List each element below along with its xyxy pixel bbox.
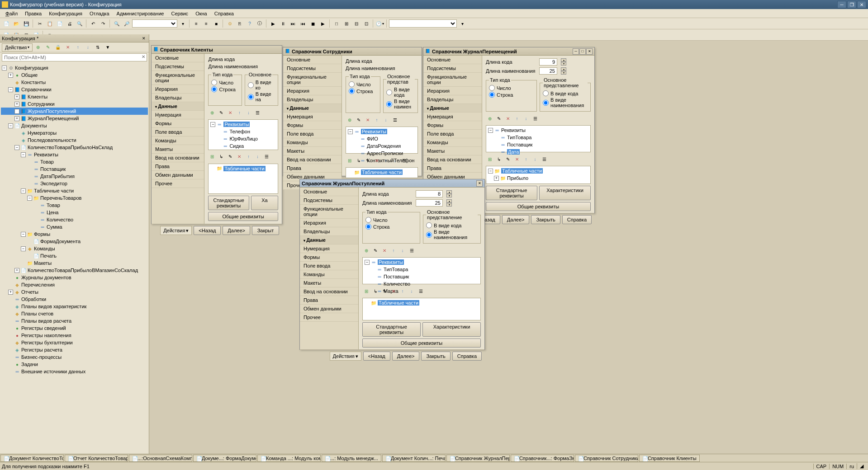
- prop-tab[interactable]: Прочее: [152, 179, 204, 188]
- tree-toggle-icon[interactable]: +: [14, 268, 19, 273]
- prop-tab[interactable]: Подсистемы: [300, 196, 358, 205]
- tree-item[interactable]: −📄Документы: [1, 122, 148, 129]
- menu-service[interactable]: Сервис: [167, 10, 192, 17]
- window-title[interactable]: 📘 Справочник ЖурналПеремещений ─ □ ✕: [423, 47, 594, 56]
- help-button[interactable]: Справка: [452, 352, 482, 361]
- cut-icon[interactable]: ✂: [35, 19, 44, 28]
- radio-as-code[interactable]: [248, 82, 254, 88]
- sort-icon[interactable]: ⇅: [93, 43, 102, 52]
- radio-as-code[interactable]: [543, 90, 549, 96]
- close-button[interactable]: Закрыт: [252, 226, 279, 235]
- prop-tab[interactable]: Права: [283, 164, 342, 173]
- next-button[interactable]: Далее>: [502, 215, 530, 224]
- common-req-button[interactable]: Общие реквизиты: [486, 202, 591, 211]
- prop-tab[interactable]: Команды: [152, 136, 204, 145]
- radio-as-code[interactable]: [386, 89, 392, 95]
- prop-tab[interactable]: Основные: [300, 188, 358, 196]
- prop-tab[interactable]: Владельцы: [300, 227, 358, 236]
- tree-item[interactable]: ═Планы видов расчета: [1, 317, 148, 324]
- tb-c3[interactable]: ⓘ: [255, 19, 264, 28]
- add-icon[interactable]: ⊕: [33, 43, 43, 52]
- tree-item[interactable]: −📁Табличные части: [1, 187, 148, 194]
- tabparts-tree[interactable]: 📁Табличные части: [346, 167, 418, 178]
- search-clear-icon[interactable]: ✕: [142, 54, 145, 59]
- prop-tab[interactable]: Команды: [283, 138, 342, 147]
- task-item[interactable]: 📄Справочник Клиенты: [639, 455, 700, 462]
- tree-item[interactable]: ◈Последовательности: [1, 136, 148, 144]
- prop-tab[interactable]: Данные: [283, 104, 342, 113]
- prop-tab[interactable]: Иерархия: [300, 219, 358, 227]
- char-button[interactable]: Характеристики: [422, 322, 481, 337]
- tree-item[interactable]: ═Обработки: [1, 296, 148, 303]
- tree-item[interactable]: ◆Перечисления: [1, 281, 148, 288]
- tree-item[interactable]: −📁Формы: [1, 230, 148, 238]
- prop-tab[interactable]: Поле ввода: [300, 262, 358, 270]
- radio-string[interactable]: [365, 224, 371, 230]
- prop-tab[interactable]: Иерархия: [423, 87, 482, 95]
- prop-tab[interactable]: Данные: [300, 236, 358, 244]
- tree-item[interactable]: ═Товар: [1, 158, 148, 165]
- close-icon[interactable]: ✕: [476, 180, 483, 187]
- add-icon[interactable]: ⊕: [208, 108, 216, 117]
- tree-toggle-icon[interactable]: −: [14, 145, 19, 150]
- up-icon[interactable]: ↑: [73, 43, 82, 52]
- std-req-button[interactable]: Стандартные реквизиты: [362, 322, 421, 337]
- prop-tab[interactable]: Обмен данными: [300, 305, 358, 313]
- tree-toggle-icon[interactable]: −: [8, 123, 13, 128]
- task-item[interactable]: 📄Отчет КоличествоТовара: [65, 455, 128, 462]
- zoom-icon[interactable]: 🔍: [112, 19, 121, 28]
- tree-toggle-icon[interactable]: +: [8, 290, 13, 295]
- lock-icon[interactable]: 🔒: [53, 43, 62, 52]
- prop-tab[interactable]: Макеты: [152, 145, 204, 154]
- prop-tab[interactable]: Права: [300, 296, 358, 305]
- window-title[interactable]: Справочник ЖурналПоступлений ✕: [300, 179, 484, 188]
- tree-toggle-icon[interactable]: −: [21, 152, 26, 157]
- prop-tab[interactable]: Функциональные опции: [283, 73, 342, 87]
- tree-item[interactable]: ═Количество: [1, 216, 148, 223]
- requisites-tree[interactable]: −═Реквизиты ═ТипТовара ═Поставщик ═Дата: [486, 125, 591, 152]
- tree-item[interactable]: ═Внешние источники данных: [1, 368, 148, 375]
- tree-toggle-icon[interactable]: −: [21, 246, 26, 251]
- menu-admin[interactable]: Администрирование: [113, 10, 168, 17]
- prop-tab[interactable]: Формы: [283, 121, 342, 130]
- menu-edit[interactable]: Правка: [21, 10, 45, 17]
- redo-icon[interactable]: ↷: [99, 19, 108, 28]
- prop-tab[interactable]: Прочее: [300, 313, 358, 322]
- spin-down[interactable]: ▾: [561, 62, 566, 66]
- zoom2-icon[interactable]: 🔎: [122, 19, 131, 28]
- max-icon[interactable]: □: [579, 48, 586, 55]
- tb-dd[interactable]: ▾: [458, 19, 467, 28]
- tree-item[interactable]: ●Регистры сведений: [1, 324, 148, 332]
- prop-tab[interactable]: Формы: [300, 253, 358, 262]
- requisites-tree[interactable]: −═Реквизиты ═Телефон ═ЮрФизЛицо ═Сидка: [208, 119, 278, 150]
- tree-item[interactable]: −⚙Конфигурация: [1, 64, 148, 71]
- tree-item[interactable]: −◆Команды: [1, 245, 148, 252]
- tree-toggle-icon[interactable]: −: [2, 66, 7, 70]
- prop-tab[interactable]: Владельцы: [152, 94, 204, 102]
- prop-tab[interactable]: Иерархия: [283, 87, 342, 95]
- tree-item[interactable]: 📄ФормаДокумента: [1, 238, 148, 245]
- common-req-button[interactable]: Общие реквизиты: [208, 212, 278, 221]
- minimize-button[interactable]: ─: [837, 1, 846, 8]
- task-item[interactable]: 📄Докуме...: ФормаДокумента: [193, 455, 256, 462]
- open-icon[interactable]: 📂: [12, 19, 21, 28]
- prop-tab[interactable]: Данные: [423, 104, 482, 113]
- up-icon[interactable]: ↑: [235, 108, 243, 117]
- actions-button[interactable]: Действия ▾: [2, 43, 33, 52]
- radio-number[interactable]: [489, 85, 495, 91]
- tree-item[interactable]: ●Задачи: [1, 361, 148, 368]
- radio-as-name[interactable]: [426, 232, 432, 238]
- tree-item[interactable]: ═Товар: [1, 202, 148, 209]
- close-button[interactable]: Закрыть: [421, 352, 450, 361]
- close-icon[interactable]: ✕: [586, 48, 593, 55]
- tb-e2[interactable]: ⊞: [342, 19, 351, 28]
- prop-tab[interactable]: Поле ввода: [283, 130, 342, 138]
- prop-tab[interactable]: Макеты: [423, 147, 482, 155]
- spin-up[interactable]: ▴: [561, 58, 566, 62]
- radio-number[interactable]: [365, 217, 371, 223]
- radio-as-name[interactable]: [386, 101, 392, 107]
- save-icon[interactable]: 💾: [22, 19, 31, 28]
- char-button[interactable]: Ха: [251, 196, 278, 210]
- tb-d4[interactable]: ⏮: [299, 19, 308, 28]
- tree-item[interactable]: ═Экспедитор: [1, 180, 148, 187]
